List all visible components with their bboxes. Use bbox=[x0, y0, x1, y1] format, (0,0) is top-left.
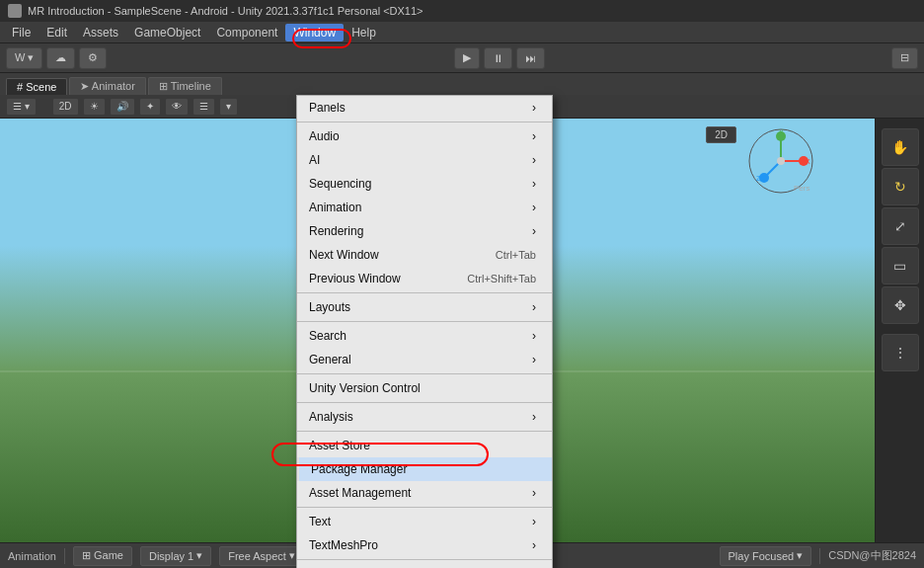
menu-item-analysis[interactable]: Analysis › bbox=[297, 405, 552, 429]
tool-hand[interactable]: ✋ bbox=[882, 128, 919, 166]
menu-item-sequencing[interactable]: Sequencing › bbox=[297, 172, 552, 196]
menu-gameobject[interactable]: GameObject bbox=[126, 24, 208, 41]
status-animation: Animation bbox=[8, 550, 56, 562]
status-right: CSDN@中图2824 bbox=[828, 548, 916, 563]
menu-item-package-manager[interactable]: Package Manager bbox=[297, 457, 552, 481]
status-aspect-btn[interactable]: Free Aspect ▾ bbox=[219, 546, 304, 566]
view-fx-btn[interactable]: ✦ bbox=[139, 98, 161, 116]
status-play-focused-btn[interactable]: Play Focused ▾ bbox=[720, 546, 812, 566]
svg-text:X: X bbox=[806, 158, 810, 165]
dropdown-menu-overlay: Panels › Audio › AI › Sequencing › Anima… bbox=[296, 95, 553, 568]
tab-timeline[interactable]: ⊞ Timeline bbox=[148, 77, 222, 95]
menu-help[interactable]: Help bbox=[344, 24, 384, 41]
menu-item-ui-toolkit[interactable]: UI Toolkit › bbox=[297, 562, 552, 568]
status-display-btn[interactable]: Display 1 ▾ bbox=[140, 546, 211, 566]
menu-item-asset-store[interactable]: Asset Store bbox=[297, 434, 552, 457]
title-bar: MR Introduction - SampleScene - Android … bbox=[0, 0, 924, 22]
toolbar: W ▾ ☁ ⚙ ▶ ⏸ ⏭ ⊟ bbox=[0, 43, 924, 73]
tool-transform[interactable]: ✥ bbox=[882, 286, 919, 324]
menu-item-ai[interactable]: AI › bbox=[297, 148, 552, 172]
menu-file[interactable]: File bbox=[4, 24, 38, 41]
menu-item-version-control[interactable]: Unity Version Control bbox=[297, 376, 552, 400]
menu-item-layouts[interactable]: Layouts › bbox=[297, 295, 552, 319]
menu-sep-5 bbox=[297, 402, 552, 403]
toolbar-step-btn[interactable]: ⏭ bbox=[516, 47, 545, 69]
status-div-2 bbox=[819, 548, 820, 564]
menu-item-animation[interactable]: Animation › bbox=[297, 196, 552, 219]
menu-item-rendering[interactable]: Rendering › bbox=[297, 219, 552, 243]
toolbar-w-btn[interactable]: W ▾ bbox=[6, 47, 42, 69]
menu-sep-6 bbox=[297, 431, 552, 432]
menu-item-general[interactable]: General › bbox=[297, 348, 552, 371]
menu-edit[interactable]: Edit bbox=[38, 24, 75, 41]
view-sky-btn[interactable]: 👁 bbox=[165, 98, 189, 116]
svg-point-6 bbox=[759, 173, 769, 183]
tab-scene[interactable]: # Scene bbox=[6, 78, 67, 95]
title-text: MR Introduction - SampleScene - Android … bbox=[28, 5, 424, 17]
menu-sep-3 bbox=[297, 321, 552, 322]
scene-overlay-controls: 2D bbox=[706, 126, 736, 143]
view-2d-btn[interactable]: 2D bbox=[52, 98, 79, 116]
svg-point-7 bbox=[777, 157, 785, 165]
toolbar-gear-btn[interactable]: ⚙ bbox=[79, 47, 107, 69]
menu-item-prev-window[interactable]: Previous Window Ctrl+Shift+Tab bbox=[297, 267, 552, 290]
menu-assets[interactable]: Assets bbox=[75, 24, 126, 41]
app-icon bbox=[8, 4, 22, 18]
tab-animator[interactable]: ➤ Animator bbox=[69, 77, 145, 95]
tabs-row: # Scene ➤ Animator ⊞ Timeline bbox=[0, 73, 924, 95]
menu-item-audio[interactable]: Audio › bbox=[297, 124, 552, 148]
window-dropdown-menu: Panels › Audio › AI › Sequencing › Anima… bbox=[296, 95, 553, 568]
menu-sep-4 bbox=[297, 373, 552, 374]
menu-sep-2 bbox=[297, 292, 552, 293]
menu-component[interactable]: Component bbox=[208, 24, 285, 41]
view-gizmo-btn[interactable]: ☰ bbox=[192, 98, 215, 116]
tool-rotate[interactable]: ↻ bbox=[882, 168, 919, 205]
menu-window[interactable]: Window bbox=[285, 24, 344, 41]
tool-scale[interactable]: ⤢ bbox=[882, 207, 919, 245]
menu-item-text[interactable]: Text › bbox=[297, 510, 552, 533]
toolbar-cloud-btn[interactable]: ☁ bbox=[46, 47, 75, 69]
view-audio-btn[interactable]: 🔊 bbox=[110, 98, 135, 116]
menu-item-asset-management[interactable]: Asset Management › bbox=[297, 481, 552, 505]
gizmo-widget: Y X Z Pers bbox=[746, 126, 815, 196]
status-animation-label: Animation bbox=[8, 550, 56, 562]
toolbar-pause-btn[interactable]: ⏸ bbox=[484, 47, 512, 69]
scene-2d-btn[interactable]: 2D bbox=[706, 126, 736, 143]
menu-item-next-window[interactable]: Next Window Ctrl+Tab bbox=[297, 243, 552, 267]
toolbar-collapse-btn[interactable]: ⊟ bbox=[891, 47, 918, 69]
toolbar-play-btn[interactable]: ▶ bbox=[454, 47, 480, 69]
view-scene-btn[interactable]: ☰ ▾ bbox=[6, 98, 37, 116]
menu-sep-7 bbox=[297, 507, 552, 508]
view-more-btn[interactable]: ▾ bbox=[219, 98, 238, 116]
svg-text:Y: Y bbox=[779, 128, 784, 135]
status-info: CSDN@中图2824 bbox=[828, 548, 916, 563]
menu-bar: File Edit Assets GameObject Component Wi… bbox=[0, 22, 924, 43]
status-div-1 bbox=[64, 548, 65, 564]
menu-item-panels[interactable]: Panels › bbox=[297, 96, 552, 120]
tool-extra[interactable]: ⋮ bbox=[882, 334, 919, 371]
view-light-btn[interactable]: ☀ bbox=[83, 98, 106, 116]
svg-text:Pers: Pers bbox=[794, 184, 809, 193]
menu-item-search[interactable]: Search › bbox=[297, 324, 552, 348]
status-game-btn[interactable]: ⊞ Game bbox=[73, 546, 132, 566]
tool-rect[interactable]: ▭ bbox=[882, 247, 919, 284]
menu-item-textmeshpro[interactable]: TextMeshPro › bbox=[297, 533, 552, 557]
right-panel: ✋ ↻ ⤢ ▭ ✥ ⋮ bbox=[875, 119, 924, 542]
svg-text:Z: Z bbox=[756, 175, 761, 182]
menu-sep-1 bbox=[297, 122, 552, 122]
menu-sep-8 bbox=[297, 559, 552, 560]
